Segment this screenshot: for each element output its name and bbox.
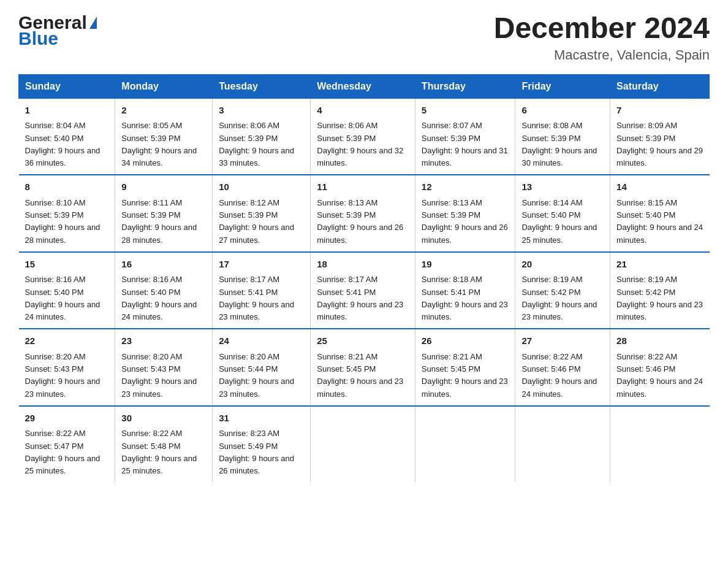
day-number: 15 <box>25 258 109 272</box>
day-number: 31 <box>219 412 304 426</box>
col-header-wednesday: Wednesday <box>311 74 415 98</box>
calendar-cell: 31Sunrise: 8:23 AMSunset: 5:49 PMDayligh… <box>213 406 311 483</box>
page-header: General Blue December 2024 Macastre, Val… <box>18 12 710 63</box>
day-number: 13 <box>521 180 604 194</box>
day-info: Sunrise: 8:16 AMSunset: 5:40 PMDaylight:… <box>25 275 100 321</box>
day-info: Sunrise: 8:12 AMSunset: 5:39 PMDaylight:… <box>219 198 294 245</box>
day-info: Sunrise: 8:17 AMSunset: 5:41 PMDaylight:… <box>317 275 403 321</box>
day-info: Sunrise: 8:09 AMSunset: 5:39 PMDaylight:… <box>616 121 703 167</box>
calendar-cell <box>415 406 515 483</box>
calendar-cell: 1Sunrise: 8:04 AMSunset: 5:40 PMDaylight… <box>19 98 115 175</box>
day-number: 23 <box>121 334 206 348</box>
day-number: 28 <box>616 334 703 348</box>
day-info: Sunrise: 8:17 AMSunset: 5:41 PMDaylight:… <box>219 275 294 321</box>
calendar-cell: 25Sunrise: 8:21 AMSunset: 5:45 PMDayligh… <box>311 329 415 406</box>
day-number: 21 <box>616 258 703 272</box>
day-number: 27 <box>521 334 604 348</box>
day-info: Sunrise: 8:20 AMSunset: 5:43 PMDaylight:… <box>121 352 197 399</box>
logo-triangle-icon <box>89 17 97 29</box>
day-number: 19 <box>422 258 509 272</box>
day-info: Sunrise: 8:06 AMSunset: 5:39 PMDaylight:… <box>317 121 403 167</box>
day-number: 12 <box>422 180 509 194</box>
day-number: 11 <box>317 180 409 194</box>
calendar-cell: 13Sunrise: 8:14 AMSunset: 5:40 PMDayligh… <box>515 175 610 252</box>
day-number: 30 <box>121 412 206 426</box>
day-number: 4 <box>317 104 409 118</box>
calendar-cell: 24Sunrise: 8:20 AMSunset: 5:44 PMDayligh… <box>213 329 311 406</box>
calendar-cell: 21Sunrise: 8:19 AMSunset: 5:42 PMDayligh… <box>610 252 710 329</box>
day-number: 25 <box>317 334 409 348</box>
calendar-cell <box>610 406 710 483</box>
day-info: Sunrise: 8:13 AMSunset: 5:39 PMDaylight:… <box>317 198 403 245</box>
calendar-table: SundayMondayTuesdayWednesdayThursdayFrid… <box>18 74 710 483</box>
day-info: Sunrise: 8:08 AMSunset: 5:39 PMDaylight:… <box>521 121 597 167</box>
calendar-cell: 15Sunrise: 8:16 AMSunset: 5:40 PMDayligh… <box>19 252 115 329</box>
day-number: 17 <box>219 258 304 272</box>
day-info: Sunrise: 8:06 AMSunset: 5:39 PMDaylight:… <box>219 121 294 167</box>
calendar-cell: 10Sunrise: 8:12 AMSunset: 5:39 PMDayligh… <box>213 175 311 252</box>
calendar-cell <box>311 406 415 483</box>
day-number: 22 <box>25 334 109 348</box>
day-info: Sunrise: 8:15 AMSunset: 5:40 PMDaylight:… <box>616 198 703 245</box>
calendar-cell: 5Sunrise: 8:07 AMSunset: 5:39 PMDaylight… <box>415 98 515 175</box>
day-info: Sunrise: 8:21 AMSunset: 5:45 PMDaylight:… <box>422 352 508 399</box>
calendar-cell: 30Sunrise: 8:22 AMSunset: 5:48 PMDayligh… <box>115 406 213 483</box>
week-row-5: 29Sunrise: 8:22 AMSunset: 5:47 PMDayligh… <box>19 406 710 483</box>
calendar-cell: 17Sunrise: 8:17 AMSunset: 5:41 PMDayligh… <box>213 252 311 329</box>
calendar-cell: 16Sunrise: 8:16 AMSunset: 5:40 PMDayligh… <box>115 252 213 329</box>
calendar-cell: 8Sunrise: 8:10 AMSunset: 5:39 PMDaylight… <box>19 175 115 252</box>
day-number: 24 <box>219 334 304 348</box>
day-number: 9 <box>121 180 206 194</box>
day-info: Sunrise: 8:20 AMSunset: 5:43 PMDaylight:… <box>25 352 100 399</box>
day-info: Sunrise: 8:19 AMSunset: 5:42 PMDaylight:… <box>616 275 703 321</box>
col-header-saturday: Saturday <box>610 74 710 98</box>
calendar-cell: 23Sunrise: 8:20 AMSunset: 5:43 PMDayligh… <box>115 329 213 406</box>
page-subtitle: Macastre, Valencia, Spain <box>494 47 710 63</box>
day-info: Sunrise: 8:16 AMSunset: 5:40 PMDaylight:… <box>121 275 197 321</box>
calendar-cell: 26Sunrise: 8:21 AMSunset: 5:45 PMDayligh… <box>415 329 515 406</box>
calendar-cell: 18Sunrise: 8:17 AMSunset: 5:41 PMDayligh… <box>311 252 415 329</box>
calendar-cell: 14Sunrise: 8:15 AMSunset: 5:40 PMDayligh… <box>610 175 710 252</box>
calendar-cell: 12Sunrise: 8:13 AMSunset: 5:39 PMDayligh… <box>415 175 515 252</box>
week-row-3: 15Sunrise: 8:16 AMSunset: 5:40 PMDayligh… <box>19 252 710 329</box>
col-header-monday: Monday <box>115 74 213 98</box>
day-number: 3 <box>219 104 304 118</box>
logo-blue: Blue <box>18 28 97 49</box>
calendar-cell: 3Sunrise: 8:06 AMSunset: 5:39 PMDaylight… <box>213 98 311 175</box>
day-number: 26 <box>422 334 509 348</box>
calendar-cell: 9Sunrise: 8:11 AMSunset: 5:39 PMDaylight… <box>115 175 213 252</box>
day-number: 6 <box>521 104 604 118</box>
calendar-cell <box>515 406 610 483</box>
page-title: December 2024 <box>494 12 710 45</box>
day-number: 7 <box>616 104 703 118</box>
day-info: Sunrise: 8:22 AMSunset: 5:46 PMDaylight:… <box>521 352 597 399</box>
day-info: Sunrise: 8:13 AMSunset: 5:39 PMDaylight:… <box>422 198 508 245</box>
day-info: Sunrise: 8:04 AMSunset: 5:40 PMDaylight:… <box>25 121 100 167</box>
col-header-sunday: Sunday <box>19 74 115 98</box>
col-header-friday: Friday <box>515 74 610 98</box>
day-info: Sunrise: 8:07 AMSunset: 5:39 PMDaylight:… <box>422 121 508 167</box>
calendar-cell: 7Sunrise: 8:09 AMSunset: 5:39 PMDaylight… <box>610 98 710 175</box>
calendar-cell: 19Sunrise: 8:18 AMSunset: 5:41 PMDayligh… <box>415 252 515 329</box>
day-info: Sunrise: 8:10 AMSunset: 5:39 PMDaylight:… <box>25 198 100 245</box>
day-info: Sunrise: 8:05 AMSunset: 5:39 PMDaylight:… <box>121 121 197 167</box>
day-number: 5 <box>422 104 509 118</box>
calendar-cell: 11Sunrise: 8:13 AMSunset: 5:39 PMDayligh… <box>311 175 415 252</box>
col-header-thursday: Thursday <box>415 74 515 98</box>
logo: General Blue <box>18 12 97 49</box>
calendar-cell: 29Sunrise: 8:22 AMSunset: 5:47 PMDayligh… <box>19 406 115 483</box>
day-number: 1 <box>25 104 109 118</box>
day-info: Sunrise: 8:11 AMSunset: 5:39 PMDaylight:… <box>121 198 197 245</box>
day-info: Sunrise: 8:22 AMSunset: 5:48 PMDaylight:… <box>121 429 197 475</box>
calendar-cell: 6Sunrise: 8:08 AMSunset: 5:39 PMDaylight… <box>515 98 610 175</box>
calendar-cell: 2Sunrise: 8:05 AMSunset: 5:39 PMDaylight… <box>115 98 213 175</box>
calendar-cell: 20Sunrise: 8:19 AMSunset: 5:42 PMDayligh… <box>515 252 610 329</box>
day-info: Sunrise: 8:20 AMSunset: 5:44 PMDaylight:… <box>219 352 294 399</box>
calendar-cell: 28Sunrise: 8:22 AMSunset: 5:46 PMDayligh… <box>610 329 710 406</box>
day-info: Sunrise: 8:22 AMSunset: 5:46 PMDaylight:… <box>616 352 703 399</box>
day-info: Sunrise: 8:18 AMSunset: 5:41 PMDaylight:… <box>422 275 508 321</box>
calendar-cell: 27Sunrise: 8:22 AMSunset: 5:46 PMDayligh… <box>515 329 610 406</box>
week-row-2: 8Sunrise: 8:10 AMSunset: 5:39 PMDaylight… <box>19 175 710 252</box>
day-number: 10 <box>219 180 304 194</box>
day-info: Sunrise: 8:23 AMSunset: 5:49 PMDaylight:… <box>219 429 294 475</box>
